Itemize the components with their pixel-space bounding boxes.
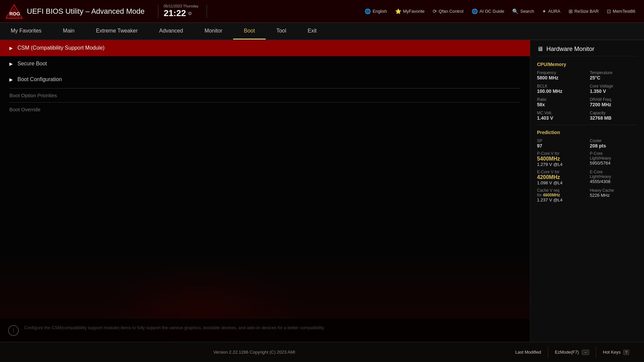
- prediction-ecore-4200: E-Core V for 4200MHz 1.098 V @L4 E-Core …: [537, 170, 637, 185]
- footer: Version 2.22.1286 Copyright (C) 2023 AMI…: [0, 342, 644, 362]
- nav-item-my-favorites[interactable]: My Favorites: [0, 23, 52, 40]
- aura-button[interactable]: ✦ AURA: [539, 6, 564, 16]
- aura-icon: ✦: [542, 8, 546, 14]
- hw-cell-cache-v-4800: Cache V req for 4800MHz 1.237 V @L4: [537, 188, 585, 202]
- hw-cell-core-voltage: Core Voltage 1.350 V: [590, 84, 638, 94]
- english-button[interactable]: 🌐 English: [361, 6, 390, 16]
- menu-item-boot-option-priorities[interactable]: Boot Option Priorities: [0, 89, 530, 102]
- hw-cell-ecore-v-4200: E-Core V for 4200MHz 1.098 V @L4: [537, 170, 585, 185]
- menu-item-boot-override[interactable]: Boot Override: [0, 103, 530, 116]
- hw-cell-capacity: Capacity 32768 MB: [590, 111, 638, 121]
- hw-cell-mc-volt: MC Volt. 1.403 V: [537, 111, 585, 121]
- hw-cell-dram-freq: DRAM Freq. 7200 MHz: [590, 97, 638, 107]
- hw-cell-ecore-lightheavy: E-Core Light/Heavy 4555/4308: [590, 170, 638, 185]
- logo-area: ROG UEFI BIOS Utility – Advanced Mode: [5, 4, 145, 19]
- resize-icon: ⊞: [569, 8, 573, 14]
- nav-item-tool[interactable]: Tool: [266, 23, 297, 40]
- menu-separator-1: [9, 88, 521, 88]
- left-panel: ▶ CSM (Compatibility Support Module) ▶ S…: [0, 40, 530, 342]
- memtest-icon: ⊡: [607, 8, 611, 14]
- window-title: UEFI BIOS Utility – Advanced Mode: [27, 7, 145, 16]
- globe-icon: 🌐: [365, 8, 371, 14]
- nav-item-boot[interactable]: Boot: [233, 23, 266, 40]
- cpu-memory-grid: Frequency 5800 MHz Temperature 25°C BCLK…: [537, 70, 637, 121]
- hw-divider: [537, 125, 637, 125]
- nav-item-extreme-tweaker[interactable]: Extreme Tweaker: [85, 23, 148, 40]
- hw-cell-temperature: Temperature 25°C: [590, 70, 638, 80]
- menu-separator-2: [9, 102, 521, 103]
- nav-item-main[interactable]: Main: [52, 23, 86, 40]
- qfan-button[interactable]: ⟳ Qfan Control: [429, 6, 467, 16]
- hw-cell-bclk: BCLK 100.00 MHz: [537, 84, 585, 94]
- nav-item-advanced[interactable]: Advanced: [148, 23, 194, 40]
- time-line: 21:22 ⚙: [164, 8, 193, 18]
- nav-bar: My Favorites Main Extreme Tweaker Advanc…: [0, 23, 644, 40]
- memtest-button[interactable]: ⊡ MemTest86: [603, 6, 639, 16]
- fan-icon: ⟳: [433, 8, 437, 14]
- hw-cell-pcore-lightheavy: P-Core Light/Heavy 5950/5764: [590, 151, 638, 167]
- date-display: 05/11/2023 Thursday: [164, 4, 199, 8]
- ai-icon: 🌐: [472, 8, 478, 14]
- menu-item-csm[interactable]: ▶ CSM (Compatibility Support Module): [0, 40, 530, 56]
- topbar-divider: [158, 5, 158, 18]
- ezmode-button[interactable]: EzMode(F7) →: [548, 347, 596, 358]
- hw-cell-sp: SP 97: [537, 138, 585, 148]
- footer-version: Version 2.22.1286 Copyright (C) 2023 AMI: [0, 350, 508, 355]
- footer-right: Last Modified EzMode(F7) → Hot Keys ?: [508, 347, 644, 358]
- star-icon: ⭐: [395, 8, 401, 14]
- myfavorite-button[interactable]: ⭐ MyFavorite: [392, 6, 428, 16]
- svg-text:ROG: ROG: [9, 11, 20, 16]
- aioc-button[interactable]: 🌐 AI OC Guide: [468, 6, 508, 16]
- top-bar: ROG UEFI BIOS Utility – Advanced Mode 05…: [0, 0, 644, 23]
- last-modified-button[interactable]: Last Modified: [508, 347, 548, 357]
- prediction-pcore-5400: P-Core V for 5400MHz 1.279 V @L4 P-Core …: [537, 151, 637, 167]
- time-display: 21:22: [164, 8, 186, 18]
- arrow-icon: ▶: [9, 61, 13, 66]
- menu-item-secure-boot[interactable]: ▶ Secure Boot: [0, 56, 530, 72]
- hardware-monitor-title: 🖥 Hardware Monitor: [537, 46, 637, 56]
- nav-item-exit[interactable]: Exit: [297, 23, 327, 40]
- right-panel: 🖥 Hardware Monitor CPU/Memory Frequency …: [530, 40, 644, 342]
- arrow-icon: ▶: [9, 77, 13, 82]
- cpu-memory-section-title: CPU/Memory: [537, 62, 637, 67]
- hw-cell-heavy-cache: Heavy Cache 5226 MHz: [590, 188, 638, 202]
- search-icon: 🔍: [512, 8, 519, 14]
- prediction-section-title: Prediction: [537, 130, 637, 135]
- resizebar-button[interactable]: ⊞ ReSize BAR: [565, 6, 602, 16]
- monitor-icon: 🖥: [537, 46, 543, 53]
- menu-item-boot-config[interactable]: ▶ Boot Configuration: [0, 72, 530, 87]
- prediction-cache-4800: Cache V req for 4800MHz 1.237 V @L4 Heav…: [537, 188, 637, 202]
- hw-cell-ratio: Ratio 58x: [537, 97, 585, 107]
- top-bar-actions: 🌐 English ⭐ MyFavorite ⟳ Qfan Control 🌐 …: [212, 6, 639, 16]
- hw-cell-cooler: Cooler 208 pts: [590, 138, 638, 148]
- topbar-divider2: [207, 5, 207, 18]
- hw-cell-pcore-v-5400: P-Core V for 5400MHz 1.279 V @L4: [537, 151, 585, 167]
- hw-cell-frequency: Frequency 5800 MHz: [537, 70, 585, 80]
- main-content: ▶ CSM (Compatibility Support Module) ▶ S…: [0, 40, 644, 342]
- search-button[interactable]: 🔍 Search: [509, 6, 537, 16]
- settings-icon[interactable]: ⚙: [188, 11, 192, 16]
- prediction-sp-cooler: SP 97 Cooler 208 pts: [537, 138, 637, 148]
- hotkeys-button[interactable]: Hot Keys ?: [596, 347, 636, 358]
- arrow-icon: ▶: [9, 46, 13, 51]
- datetime-block: 05/11/2023 Thursday 21:22 ⚙: [164, 4, 199, 18]
- hotkeys-key-badge: ?: [623, 350, 629, 355]
- rog-logo-icon: ROG: [5, 4, 23, 19]
- nav-item-monitor[interactable]: Monitor: [194, 23, 233, 40]
- ezmode-key-badge: →: [582, 350, 589, 355]
